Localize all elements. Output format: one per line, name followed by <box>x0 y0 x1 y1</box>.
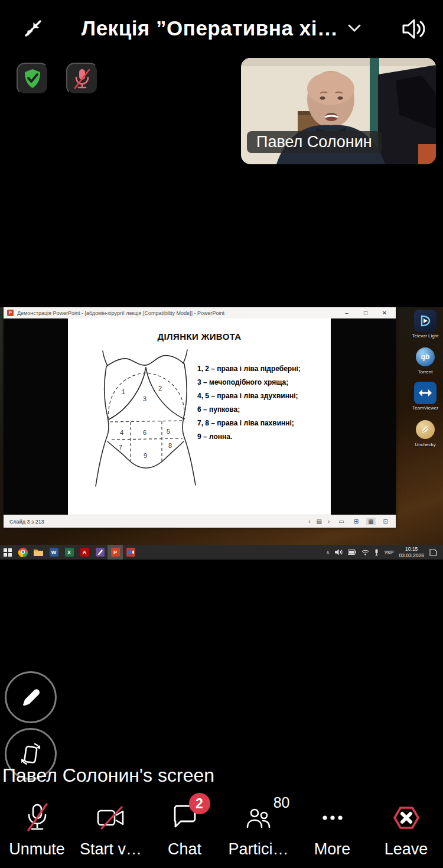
windows-taskbar: W X A P ∧ УКР 10:15 03.03.2026 <box>0 545 443 560</box>
window-maximize-icon: □ <box>358 310 373 316</box>
mic-muted-icon <box>24 803 50 833</box>
rotate-phone-icon <box>17 740 44 768</box>
minimize-meeting-button[interactable] <box>15 11 51 46</box>
legend-line: 6 – пупкова; <box>197 403 331 417</box>
wifi-icon <box>361 550 369 555</box>
region-number: 4 <box>120 429 123 436</box>
legend-line: 4, 5 – права і ліва здухвинні; <box>197 389 331 403</box>
normal-view-icon: ▭ <box>337 518 346 525</box>
legend-line: 7, 8 – права і ліва пахвинні; <box>197 417 331 430</box>
mic-muted-icon <box>72 67 92 90</box>
televzr-icon <box>414 310 437 332</box>
legend-line: 3 – мечоподібного хряща; <box>197 376 331 389</box>
desktop-icon-televzr: Televzr Light <box>409 310 442 339</box>
desktop-icon-label: TeamViewer <box>412 405 438 411</box>
slide-counter: Слайд 3 з 213 <box>9 519 44 525</box>
legend-line: 9 – лонна. <box>197 430 331 444</box>
taskbar-clock: 10:15 03.03.2026 <box>399 546 424 558</box>
unmute-label: Unmute <box>9 840 65 859</box>
notes-icon: ▤ <box>317 518 322 525</box>
excel-icon: X <box>61 545 77 560</box>
screen-share-owner-label: Павел Солонин's screen <box>2 765 214 786</box>
hidden-icons-chevron: ∧ <box>326 550 330 555</box>
unmute-button[interactable]: Unmute <box>0 799 74 868</box>
desktop-icon-label: Unchecky <box>415 442 435 447</box>
audio-output-button[interactable] <box>396 11 432 47</box>
word-icon: W <box>46 545 61 560</box>
region-number: 7 <box>119 444 122 451</box>
unchecky-icon <box>416 420 435 439</box>
video-off-icon <box>96 806 126 830</box>
speaker-icon <box>401 17 427 41</box>
participants-label: Partici… <box>228 840 288 859</box>
more-label: More <box>314 840 351 859</box>
shared-screen-view[interactable]: P Демонстрація PowerPoint - [абдомін-хір… <box>0 307 443 560</box>
pen-app-icon <box>92 545 108 560</box>
legend-line: 1, 2 – права і ліва підреберні; <box>197 362 331 376</box>
desktop-icon-label: Televzr Light <box>412 333 439 339</box>
system-tray: ∧ УКР 10:15 03.03.2026 <box>326 546 443 558</box>
meeting-toolbar: Unmute Start v… 2 Chat <box>0 799 443 868</box>
desktop-icon-label: Torrent <box>418 369 433 375</box>
region-number: 1 <box>122 388 125 395</box>
participants-count: 80 <box>273 794 290 811</box>
abdomen-regions-diagram: 1 2 3 4 5 6 7 8 9 <box>89 347 203 496</box>
powerpoint-titlebar: P Демонстрація PowerPoint - [абдомін-хір… <box>4 307 396 318</box>
next-slide-icon: › <box>328 518 330 525</box>
participants-button[interactable]: 80 Partici… <box>222 799 295 868</box>
start-video-button[interactable]: Start v… <box>74 799 148 868</box>
file-explorer-icon <box>31 545 46 560</box>
action-center-icon <box>429 549 437 556</box>
leave-label: Leave <box>385 840 428 859</box>
more-dots-icon <box>319 805 346 831</box>
more-button[interactable]: More <box>295 799 369 868</box>
start-button-icon <box>0 545 15 560</box>
meeting-title-row[interactable]: Лекція ”Оперативна хі… <box>53 11 390 46</box>
battery-icon <box>348 550 356 555</box>
chrome-icon <box>15 545 31 560</box>
chat-button[interactable]: 2 Chat <box>148 799 222 868</box>
pencil-icon <box>18 685 43 710</box>
region-number: 5 <box>167 428 170 435</box>
powerpoint-statusbar: Слайд 3 з 213 ‹ ▤ › ▭ ⊞ ▦ ⊡ <box>4 515 396 528</box>
collapse-arrows-icon <box>21 16 45 41</box>
slideshow-view-icon: ⊡ <box>382 518 390 525</box>
region-number: 9 <box>144 452 147 459</box>
previous-slide-icon: ‹ <box>308 518 310 525</box>
desktop-icon-teamviewer: TeamViewer <box>409 382 442 411</box>
region-number: 2 <box>158 385 162 392</box>
powerpoint-window-title: Демонстрація PowerPoint - [абдомін-хірур… <box>17 310 335 316</box>
zoom-share-app-icon <box>123 545 138 560</box>
desktop-icon-torrent: qb Torrent <box>409 346 442 375</box>
taskbar-date: 03.03.2026 <box>399 552 424 559</box>
meeting-title: Лекція ”Оперативна хі… <box>82 17 338 40</box>
chat-label: Chat <box>168 840 201 859</box>
participant-video-tile[interactable]: Павел Солонин <box>241 58 436 164</box>
participants-icon <box>245 805 272 831</box>
slide-sorter-view-icon: ⊞ <box>352 518 360 525</box>
teamviewer-icon <box>414 382 437 404</box>
presentation-slide: ДІЛЯНКИ ЖИВОТА <box>68 318 331 515</box>
security-shield-icon <box>22 68 43 89</box>
window-close-icon: ✕ <box>377 310 392 316</box>
volume-icon <box>335 549 343 555</box>
chat-unread-badge: 2 <box>189 793 210 814</box>
usb-device-icon <box>374 549 379 556</box>
powerpoint-app-icon: P <box>7 310 14 316</box>
annotate-button[interactable] <box>5 671 57 723</box>
mic-muted-status-button[interactable] <box>66 63 98 95</box>
start-video-label: Start v… <box>80 840 142 859</box>
powerpoint-content-area: ДІЛЯНКИ ЖИВОТА <box>4 318 396 515</box>
chevron-down-icon <box>347 24 361 33</box>
qbittorrent-icon: qb <box>416 347 435 366</box>
powerpoint-window: P Демонстрація PowerPoint - [абдомін-хір… <box>4 307 396 528</box>
desktop-icon-unchecky: Unchecky <box>409 418 442 447</box>
leave-button[interactable]: Leave <box>369 799 443 868</box>
slide-legend: 1, 2 – права і ліва підреберні; 3 – мечо… <box>197 362 331 444</box>
security-button[interactable] <box>17 63 48 95</box>
window-minimize-icon: – <box>339 310 354 316</box>
region-number: 3 <box>143 395 146 402</box>
participant-name-tag: Павел Солонин <box>247 131 382 153</box>
leave-hexagon-icon <box>392 805 421 831</box>
slide-title: ДІЛЯНКИ ЖИВОТА <box>68 318 331 342</box>
